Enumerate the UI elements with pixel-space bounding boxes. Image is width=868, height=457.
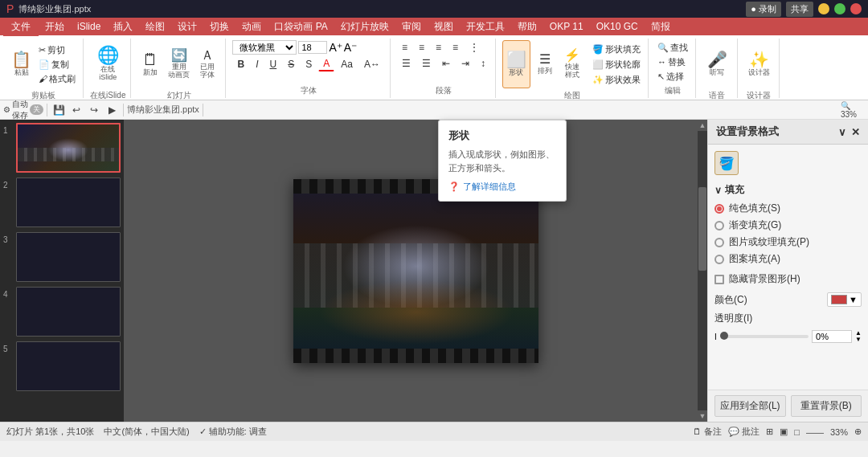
opacity-slider[interactable] <box>720 335 809 338</box>
format-painter-button[interactable]: 🖌格式刷 <box>36 72 78 86</box>
italic-button[interactable]: I <box>251 57 263 71</box>
align-center-button[interactable]: ≡ <box>414 40 429 55</box>
shape-button[interactable]: ⬜ 形状 <box>502 40 530 88</box>
menu-item-switch[interactable]: 切换 <box>203 18 235 35</box>
opacity-slider-thumb[interactable] <box>720 332 728 340</box>
underline-button[interactable]: U <box>264 57 281 71</box>
auto-save-toggle[interactable]: ⚙ 自动保存 关 <box>3 102 43 118</box>
font-size-mode-button[interactable]: Aa <box>336 57 358 71</box>
replace-button[interactable]: ↔替换 <box>655 55 690 69</box>
shape-effect-button[interactable]: ✨形状效果 <box>590 73 643 87</box>
zoom-button[interactable]: ⊕ <box>854 426 862 437</box>
minimize-button[interactable] <box>818 3 829 14</box>
shape-outline-button[interactable]: ⬜形状轮廓 <box>590 58 643 71</box>
menu-item-insert[interactable]: 插入 <box>107 18 139 35</box>
font-spacing-button[interactable]: A↔ <box>359 57 385 71</box>
find-button[interactable]: 🔍查找 <box>655 41 690 55</box>
panel-close-button[interactable]: ✕ <box>851 126 860 138</box>
undo-button[interactable]: ↩ <box>68 102 84 118</box>
gradient-fill-radio[interactable] <box>714 221 724 231</box>
col-button[interactable]: ⋮ <box>465 40 484 55</box>
reset-background-button[interactable]: 重置背景(B) <box>791 395 862 417</box>
menu-item-start[interactable]: 开始 <box>39 18 71 35</box>
cut-button[interactable]: ✂剪切 <box>36 43 78 57</box>
line-spacing-button[interactable]: ↕ <box>476 56 490 71</box>
menu-item-design[interactable]: 设计 <box>171 18 203 35</box>
online-islide-button[interactable]: 🌐 在线iSlide <box>94 40 122 88</box>
fill-icon-button[interactable]: 🪣 <box>714 151 739 175</box>
scrollbar-track[interactable] <box>698 131 707 410</box>
redo-button[interactable]: ↪ <box>86 102 102 118</box>
canvas-v-scrollbar[interactable]: ▲ ▼ <box>698 120 707 422</box>
arrange-button[interactable]: ☰ 排列 <box>532 40 558 88</box>
tooltip-link[interactable]: ❓ 了解详细信息 <box>448 181 556 193</box>
scrollbar-up-arrow[interactable]: ▲ <box>698 120 707 131</box>
opacity-input[interactable] <box>812 330 852 343</box>
menu-item-view[interactable]: 视图 <box>428 18 460 35</box>
hide-bg-shapes-option[interactable]: 隐藏背景图形(H) <box>714 272 862 286</box>
menu-item-animation[interactable]: 动画 <box>235 18 268 35</box>
menu-item-pa[interactable]: 口袋动画 PA <box>268 18 334 35</box>
notes-button[interactable]: 🗒 备注 <box>693 426 722 438</box>
new-slide-button[interactable]: 🗒 新加 <box>137 40 163 88</box>
select-button[interactable]: ↖选择 <box>655 70 690 84</box>
menu-item-ok10[interactable]: OK10 GC <box>590 19 645 34</box>
menu-item-file[interactable]: 文件 <box>3 18 39 36</box>
maximize-button[interactable] <box>834 3 845 14</box>
font-color-button[interactable]: A <box>318 56 334 71</box>
font-shadow-button[interactable]: S <box>301 57 317 71</box>
play-button[interactable]: ▶ <box>104 102 120 118</box>
zoom-adjust-button[interactable]: 🔍 33% <box>841 102 865 118</box>
solid-fill-option[interactable]: 纯色填充(S) <box>714 202 862 215</box>
paste-button[interactable]: 📋 粘贴 <box>8 40 35 88</box>
font-size-input[interactable] <box>298 41 327 54</box>
scrollbar-down-arrow[interactable]: ▼ <box>698 410 707 422</box>
solid-fill-radio[interactable] <box>714 204 724 214</box>
save-button[interactable]: 💾 <box>51 102 67 118</box>
strikethrough-button[interactable]: S <box>283 57 299 71</box>
font-decrease-button[interactable]: A⁻ <box>344 41 357 54</box>
font-increase-button[interactable]: A⁺ <box>329 41 342 54</box>
font-family-select[interactable]: 微软雅黑 <box>232 40 297 55</box>
pattern-fill-radio[interactable] <box>714 255 724 264</box>
menu-item-draw[interactable]: 绘图 <box>139 18 171 35</box>
share-button[interactable]: 共享 <box>786 2 813 17</box>
menu-item-slideshow[interactable]: 幻灯片放映 <box>334 18 395 35</box>
slide-thumb-3[interactable]: 3 <box>3 232 121 282</box>
slide-thumb-5[interactable]: 5 <box>3 341 121 391</box>
picture-fill-radio[interactable] <box>714 238 724 247</box>
color-picker-button[interactable]: ▼ <box>827 292 862 307</box>
hide-bg-shapes-checkbox[interactable] <box>714 275 724 284</box>
indent-increase-button[interactable]: ⇥ <box>457 56 474 71</box>
menu-item-devtools[interactable]: 开发工具 <box>460 18 511 35</box>
align-left-button[interactable]: ≡ <box>397 40 412 55</box>
dictate-button[interactable]: 🎤 听写 <box>704 40 731 88</box>
used-fonts-button[interactable]: Ａ 已用字体 <box>194 40 220 88</box>
justify-button[interactable]: ≡ <box>448 40 463 55</box>
scrollbar-thumb[interactable] <box>698 187 706 271</box>
quick-style-button[interactable]: ⚡ 快速样式 <box>559 40 585 88</box>
menu-item-okp[interactable]: OKP 11 <box>543 19 590 34</box>
menu-item-islide[interactable]: iSlide <box>71 19 107 34</box>
panel-collapse-button[interactable]: ∨ <box>838 126 846 138</box>
picture-fill-option[interactable]: 图片或纹理填充(P) <box>714 235 862 249</box>
comments-button[interactable]: 💬 批注 <box>728 426 760 438</box>
slide-thumb-1[interactable]: 1 <box>3 123 121 173</box>
menu-item-brief[interactable]: 简报 <box>645 18 677 35</box>
view-sorter-button[interactable]: ▣ <box>780 426 788 437</box>
apply-all-button[interactable]: 应用到全部(L) <box>714 395 786 417</box>
shape-fill-button[interactable]: 🪣形状填充 <box>590 43 643 56</box>
menu-item-review[interactable]: 审阅 <box>395 18 428 35</box>
canvas-area[interactable]: 形状 插入现成形状，例如图形、正方形和箭头。 ❓ 了解详细信息 ▲ ▼ <box>125 120 707 422</box>
opacity-decrement-button[interactable]: ▼ <box>855 337 862 343</box>
bold-button[interactable]: B <box>232 57 249 71</box>
numbered-list-button[interactable]: ☰ <box>417 56 436 71</box>
slide-thumb-2[interactable]: 2 <box>3 177 121 227</box>
close-button[interactable] <box>850 3 862 14</box>
pattern-fill-option[interactable]: 图案填充(A) <box>714 252 862 266</box>
reuse-animation-button[interactable]: 🔄 重用动画页 <box>165 40 193 88</box>
bullet-list-button[interactable]: ☰ <box>397 56 416 71</box>
record-button[interactable]: ● 录制 <box>746 2 781 17</box>
align-right-button[interactable]: ≡ <box>431 40 446 55</box>
view-normal-button[interactable]: ⊞ <box>766 426 773 437</box>
